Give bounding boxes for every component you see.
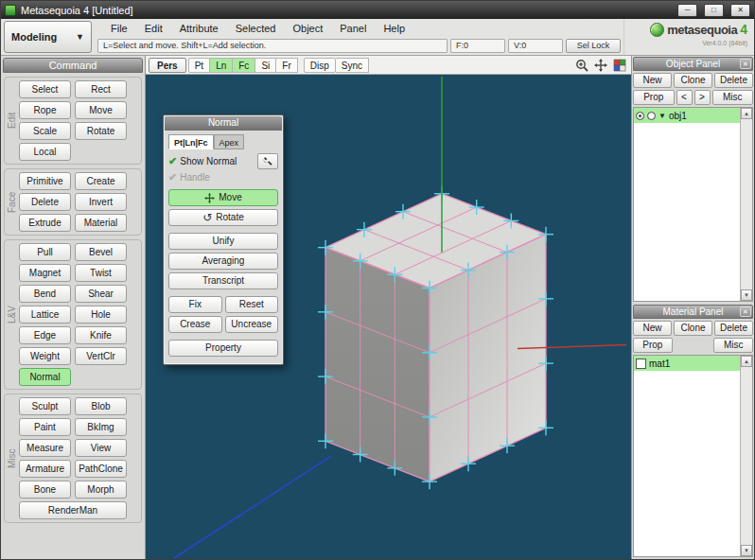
object-prev-button[interactable]: <: [676, 90, 693, 105]
crease-button[interactable]: Crease: [168, 316, 222, 333]
menu-edit[interactable]: Edit: [136, 21, 171, 36]
unify-button[interactable]: Unify: [168, 233, 278, 250]
scroll-down-icon[interactable]: ▼: [741, 289, 752, 301]
command-button-move[interactable]: Move: [75, 101, 127, 119]
viewport-tab-fr[interactable]: Fr: [276, 58, 297, 73]
object-list-item-obj1[interactable]: ▼ obj1: [634, 108, 740, 123]
scroll-down-icon[interactable]: ▼: [741, 545, 752, 556]
command-button-sculpt[interactable]: Sculpt: [19, 397, 71, 415]
viewport-tab-fc[interactable]: Fc: [233, 58, 255, 73]
command-button-rotate[interactable]: Rotate: [75, 122, 127, 140]
command-button-create[interactable]: Create: [75, 172, 127, 190]
command-button-measure[interactable]: Measure: [19, 439, 71, 457]
object-next-button[interactable]: >: [694, 90, 711, 105]
material-misc-button[interactable]: Misc: [713, 338, 753, 353]
command-button-magnet[interactable]: Magnet: [19, 264, 71, 282]
show-normal-checkbox[interactable]: ✔ Show Normal: [168, 153, 278, 169]
sel-lock-button[interactable]: Sel Lock: [566, 39, 621, 53]
viewport-canvas[interactable]: Normal Pt|Ln|Fc Apex ✔ Show Normal: [146, 75, 631, 559]
command-button-edge[interactable]: Edge: [19, 326, 71, 344]
command-button-local[interactable]: Local: [19, 143, 71, 161]
eye-icon[interactable]: [636, 112, 644, 120]
scroll-up-icon[interactable]: ▲: [741, 356, 752, 367]
mode-selector[interactable]: Modeling ▼: [4, 21, 92, 53]
pan-icon[interactable]: [592, 58, 609, 73]
tab-apex[interactable]: Apex: [214, 134, 245, 149]
menu-object[interactable]: Object: [284, 21, 331, 36]
tab-pt-ln-fc[interactable]: Pt|Ln|Fc: [168, 134, 214, 149]
command-button-material[interactable]: Material: [75, 214, 127, 232]
menu-attribute[interactable]: Attribute: [171, 21, 227, 36]
object-delete-button[interactable]: Delete: [714, 73, 753, 88]
command-button-shear[interactable]: Shear: [75, 285, 127, 303]
material-new-button[interactable]: New: [633, 321, 672, 336]
command-button-pull[interactable]: Pull: [19, 243, 71, 261]
object-misc-button[interactable]: Misc: [712, 90, 754, 105]
property-button[interactable]: Property: [168, 340, 278, 357]
averaging-button[interactable]: Averaging: [168, 253, 278, 270]
move-mode-button[interactable]: Move: [168, 189, 278, 206]
command-button-delete[interactable]: Delete: [19, 193, 71, 211]
viewport-tab-pers[interactable]: Pers: [149, 58, 186, 73]
command-button-twist[interactable]: Twist: [75, 264, 127, 282]
command-button-vertclr[interactable]: VertClr: [75, 347, 127, 365]
command-button-bkimg[interactable]: BkImg: [75, 418, 127, 436]
command-button-primitive[interactable]: Primitive: [19, 172, 71, 190]
command-button-knife[interactable]: Knife: [75, 326, 127, 344]
command-button-bend[interactable]: Bend: [19, 285, 71, 303]
command-button-bone[interactable]: Bone: [19, 481, 71, 499]
rotate-mode-button[interactable]: ↺ Rotate: [168, 209, 278, 226]
viewport-tab-ln[interactable]: Ln: [210, 58, 233, 73]
material-delete-button[interactable]: Delete: [714, 321, 753, 336]
wrench-button[interactable]: [257, 153, 278, 169]
menu-selected[interactable]: Selected: [227, 21, 285, 36]
object-clone-button[interactable]: Clone: [674, 73, 712, 88]
maximize-button[interactable]: □: [704, 4, 724, 17]
command-button-view[interactable]: View: [75, 439, 127, 457]
command-button-lattice[interactable]: Lattice: [19, 306, 71, 324]
command-button-renderman[interactable]: RenderMan: [19, 501, 127, 519]
object-prop-button[interactable]: Prop: [633, 90, 675, 105]
scroll-up-icon[interactable]: ▲: [741, 108, 752, 119]
material-panel-close-icon[interactable]: ✕: [740, 306, 751, 317]
command-button-hole[interactable]: Hole: [75, 306, 127, 324]
material-list-scrollbar[interactable]: ▲ ▼: [740, 356, 752, 556]
command-button-paint[interactable]: Paint: [19, 418, 71, 436]
expand-arrow-icon[interactable]: ▼: [658, 112, 666, 120]
command-button-morph[interactable]: Morph: [75, 481, 127, 499]
command-button-extrude[interactable]: Extrude: [19, 214, 71, 232]
menu-help[interactable]: Help: [375, 21, 413, 36]
material-list-item-mat1[interactable]: mat1: [634, 356, 740, 371]
command-button-invert[interactable]: Invert: [75, 193, 127, 211]
view-colors-icon[interactable]: [611, 58, 628, 73]
command-button-rect[interactable]: Rect: [75, 80, 127, 98]
object-list-scrollbar[interactable]: ▲ ▼: [740, 108, 752, 301]
normal-dialog-title[interactable]: Normal: [165, 116, 282, 131]
command-button-rope[interactable]: Rope: [19, 101, 71, 119]
command-button-normal[interactable]: Normal: [19, 368, 71, 386]
viewport-tab-sync[interactable]: Sync: [336, 58, 369, 73]
menu-panel[interactable]: Panel: [331, 21, 375, 36]
viewport-tab-disp[interactable]: Disp: [304, 58, 336, 73]
menu-file[interactable]: File: [102, 21, 136, 36]
transcript-button[interactable]: Transcript: [168, 272, 278, 289]
material-clone-button[interactable]: Clone: [674, 321, 712, 336]
material-prop-button[interactable]: Prop: [633, 338, 673, 353]
handle-checkbox[interactable]: ✔ Handle: [168, 169, 278, 185]
lock-icon[interactable]: [647, 112, 656, 120]
fix-button[interactable]: Fix: [168, 296, 222, 313]
close-button[interactable]: ✕: [730, 4, 750, 17]
viewport-tab-pt[interactable]: Pt: [188, 58, 210, 73]
command-button-blob[interactable]: Blob: [75, 397, 127, 415]
command-button-select[interactable]: Select: [19, 80, 71, 98]
zoom-icon[interactable]: [573, 58, 590, 73]
reset-button[interactable]: Reset: [225, 296, 279, 313]
object-panel-close-icon[interactable]: ✕: [740, 59, 751, 69]
command-button-weight[interactable]: Weight: [19, 347, 71, 365]
command-button-pathclone[interactable]: PathClone: [75, 460, 127, 478]
uncrease-button[interactable]: Uncrease: [225, 316, 279, 333]
minimize-button[interactable]: ─: [677, 4, 697, 17]
command-button-bevel[interactable]: Bevel: [75, 243, 127, 261]
command-button-armature[interactable]: Armature: [19, 460, 71, 478]
viewport-tab-si[interactable]: Si: [255, 58, 276, 73]
